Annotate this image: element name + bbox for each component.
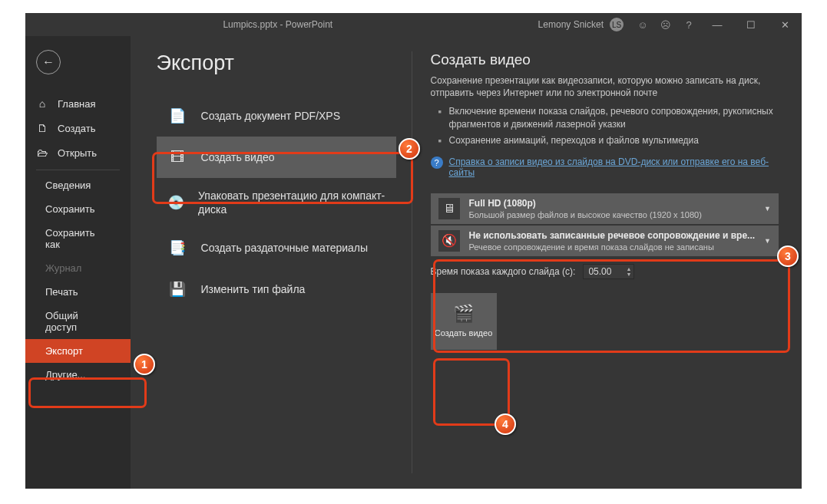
help-icon[interactable]: ? [677, 19, 700, 31]
annotation-badge-2: 2 [399, 138, 420, 160]
minimize-button[interactable]: — [700, 19, 734, 31]
folder-open-icon: 🗁 [36, 147, 48, 159]
back-button[interactable]: ← [36, 50, 61, 74]
annotation-badge-3: 3 [777, 245, 799, 267]
app-window: Lumpics.pptx - PowerPoint Lemony Snicket… [25, 13, 802, 489]
pdf-document-icon: 📄 [167, 106, 187, 126]
nav-save-as[interactable]: Сохранить как [25, 221, 131, 256]
option-label: Создать видео [201, 150, 275, 164]
export-option-pdf[interactable]: 📄 Создать документ PDF/XPS [157, 95, 396, 137]
page-title: Экспорт [157, 51, 396, 75]
button-label: Создать видео [435, 328, 493, 338]
bullet-item: Включение времени показа слайдов, речево… [438, 105, 779, 131]
quality-title: Full HD (1080p) [469, 198, 756, 209]
nav-info[interactable]: Сведения [25, 173, 131, 197]
option-label: Изменить тип файла [201, 282, 306, 296]
duration-label: Время показа каждого слайда (с): [431, 266, 576, 277]
detail-bullets: Включение времени показа слайдов, речево… [438, 105, 779, 150]
nav-print[interactable]: Печать [25, 280, 131, 304]
narration-off-icon: 🔇 [438, 230, 460, 252]
nav-save[interactable]: Сохранить [25, 197, 131, 221]
nav-export[interactable]: Экспорт [25, 339, 131, 363]
account-name[interactable]: Lemony Snicket [538, 19, 604, 30]
face-smile-icon[interactable]: ☺ [631, 19, 654, 31]
create-video-icon: 🎬 [453, 304, 474, 324]
separator [36, 170, 120, 170]
export-option-video[interactable]: 🎞 Создать видео [157, 137, 396, 178]
detail-heading: Создать видео [431, 51, 779, 68]
floppy-disk-icon: 💾 [167, 279, 187, 299]
nav-label: Главная [58, 98, 95, 110]
cd-disc-icon: 💿 [167, 193, 185, 212]
nav-share[interactable]: Общий доступ [25, 304, 131, 339]
titlebar: Lumpics.pptx - PowerPoint Lemony Snicket… [25, 13, 802, 36]
new-file-icon: 🗋 [36, 122, 48, 134]
detail-description: Сохранение презентации как видеозаписи, … [431, 74, 779, 99]
option-label: Упаковать презентацию для компакт-диска [198, 189, 385, 216]
export-option-file-type[interactable]: 💾 Изменить тип файла [157, 268, 396, 310]
video-file-icon: 🎞 [167, 147, 187, 167]
chevron-down-icon: ▼ [764, 205, 771, 212]
video-quality-dropdown[interactable]: 🖥 Full HD (1080p) Большой размер файлов … [431, 193, 779, 224]
slide-duration-input[interactable]: ▲▼ [583, 264, 634, 279]
nav-home[interactable]: ⌂ Главная [25, 91, 131, 116]
narration-title: Не использовать записанные речевое сопро… [469, 230, 756, 241]
account-avatar[interactable]: LS [610, 18, 624, 31]
export-option-handouts[interactable]: 📑 Создать раздаточные материалы [157, 227, 396, 268]
help-question-icon: ? [431, 156, 443, 169]
backstage-sidebar: ← ⌂ Главная 🗋 Создать 🗁 Открыть Сведения… [25, 36, 131, 489]
narration-subtitle: Речевое сопровождение и время показа сла… [469, 242, 756, 252]
handouts-icon: 📑 [167, 238, 187, 258]
home-icon: ⌂ [36, 97, 48, 110]
chevron-down-icon: ▼ [764, 237, 771, 245]
nav-open[interactable]: 🗁 Открыть [25, 140, 131, 165]
nav-label: Создать [58, 123, 95, 134]
close-button[interactable]: ✕ [768, 19, 802, 31]
export-option-cd[interactable]: 💿 Упаковать презентацию для компакт-диск… [157, 178, 396, 227]
option-label: Создать раздаточные материалы [201, 241, 369, 255]
monitor-icon: 🖥 [438, 198, 460, 219]
spin-down-icon[interactable]: ▼ [626, 272, 631, 277]
title-text: Lumpics.pptx - PowerPoint [25, 19, 531, 30]
maximize-button[interactable]: ☐ [734, 19, 768, 31]
nav-more[interactable]: Другие... [25, 363, 131, 387]
duration-value[interactable] [584, 265, 624, 278]
annotation-badge-1: 1 [134, 354, 155, 375]
nav-new[interactable]: 🗋 Создать [25, 116, 131, 140]
spin-up-icon[interactable]: ▲ [626, 266, 631, 272]
face-sad-icon[interactable]: ☹ [654, 19, 677, 31]
bullet-item: Сохранение анимаций, переходов и файлов … [438, 134, 779, 147]
nav-label: Открыть [58, 147, 97, 159]
nav-history: Журнал [25, 256, 131, 280]
help-link[interactable]: Справка о записи видео из слайдов на DVD… [449, 156, 779, 178]
option-label: Создать документ PDF/XPS [201, 109, 341, 123]
narration-dropdown[interactable]: 🔇 Не использовать записанные речевое соп… [431, 226, 779, 256]
help-link-row: ? Справка о записи видео из слайдов на D… [431, 156, 779, 178]
create-video-button[interactable]: 🎬 Создать видео [431, 293, 497, 350]
quality-subtitle: Большой размер файлов и высокое качество… [469, 210, 756, 219]
annotation-badge-4: 4 [495, 413, 516, 435]
